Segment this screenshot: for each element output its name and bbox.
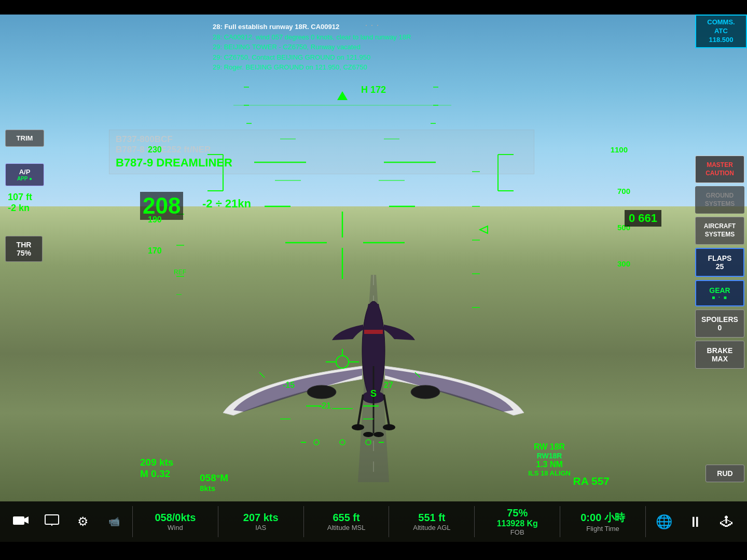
aircraft-type-overlay: B737-800BCF B787-8 CJ E252 ft/NER B787-9… <box>109 130 534 174</box>
alt-agl-value: 551 ft <box>397 512 466 524</box>
alt-readout-box: 0 661 <box>625 210 661 227</box>
top-bar <box>0 0 747 15</box>
svg-point-1 <box>307 385 336 399</box>
ground-systems-button[interactable]: GROUND SYSTEMS <box>695 186 744 214</box>
divider-4 <box>389 506 389 537</box>
svg-line-6 <box>384 395 389 426</box>
ias-label: IAS <box>226 524 296 531</box>
atc-msg-1: 28: CA00912, wind 057 degrees 0 knots, c… <box>213 32 534 43</box>
gear-dots: ■ · ■ <box>699 295 741 300</box>
hud-heading-display: H 172 <box>361 85 386 95</box>
svg-point-8 <box>383 424 395 430</box>
alt-agl-label: Altitude AGL <box>397 524 466 531</box>
joystick-icon[interactable]: 🕹 <box>711 514 742 529</box>
aircraft-type-line1: B737-800BCF <box>116 134 528 145</box>
alt-msl-label: Altitude MSL <box>312 524 381 531</box>
divider-2 <box>218 506 218 537</box>
fob-status: 75% 113928 Kg FOB <box>477 507 557 536</box>
comms-atc-box[interactable]: COMMS. ATC 118.500 <box>695 15 747 48</box>
settings-icon[interactable]: ⚙ <box>67 514 99 529</box>
atc-msg-2: 29: BEIJING TOWER - CZ6750, Runway vacat… <box>213 42 534 52</box>
alt-scale-1100: 1100 <box>611 145 628 154</box>
runway-info: RW 18R RW18R 1.3 NM ILS 18 ALIGN <box>528 442 571 477</box>
rud-button[interactable]: RUD <box>706 465 744 482</box>
thr-display: THR 75% <box>5 236 43 262</box>
video-icon[interactable]: 📹 <box>99 516 130 527</box>
divider-6 <box>560 506 560 537</box>
atc-msg-3: 29: CZ6750, Contact BEIJING GROUND on 12… <box>213 52 534 63</box>
divider-3 <box>303 506 304 537</box>
svg-point-10 <box>363 432 374 437</box>
master-caution-button[interactable]: MASTER CAUTION <box>695 156 744 183</box>
heading-deg-display: 058°M 8kts <box>200 472 228 493</box>
left-altitude-speed: 107 ft -2 kn <box>8 192 32 214</box>
ap-button[interactable]: A/P APP ● <box>5 163 44 186</box>
camera-icon[interactable] <box>5 514 36 529</box>
brake-max-button[interactable]: BRAKE MAX <box>695 341 744 369</box>
flight-time-status: 0:00 小時 Flight Time <box>563 511 643 533</box>
mach-display: M 0.32 <box>140 468 173 480</box>
alt-msl-value: 655 ft <box>312 512 381 524</box>
speed-display: -2 kn <box>8 203 32 214</box>
wind-value: 058/0kts <box>141 512 210 524</box>
svg-point-2 <box>411 385 440 399</box>
flaps-button[interactable]: FLAPS 25 <box>695 248 744 277</box>
divider-7 <box>645 506 646 537</box>
ref-marker: REF <box>174 269 186 276</box>
comms-line2: ATC <box>698 27 744 36</box>
svg-rect-71 <box>45 515 59 524</box>
right-panel: MASTER CAUTION GROUND SYSTEMS AIRCRAFT S… <box>693 153 747 371</box>
alt-agl-status: 551 ft Altitude AGL <box>392 512 472 531</box>
fob-pct: 75% <box>482 507 552 519</box>
speed-scale-190: 190 <box>148 215 162 225</box>
ias-value: 207 kts <box>226 512 296 524</box>
svg-point-11 <box>374 432 384 437</box>
trim-button[interactable]: TRIM <box>5 130 44 147</box>
hud-s-indicator: S <box>370 388 377 399</box>
speed-kts-display: 209 kts <box>140 457 173 468</box>
svg-marker-70 <box>24 516 29 524</box>
fob-label: FOB <box>482 528 552 536</box>
divider-5 <box>474 506 475 537</box>
aircraft-silhouette <box>192 299 555 467</box>
flight-time-label: Flight Time <box>568 525 638 533</box>
svg-rect-3 <box>364 330 383 334</box>
spoilers-button[interactable]: SPOILERS 0 <box>695 310 744 338</box>
screen-icon[interactable] <box>36 514 67 529</box>
hud-bottom-info: 209 kts M 0.32 <box>140 457 173 480</box>
aircraft-dreamliner: B787-9 DREAMLINER <box>116 156 528 170</box>
bottom-bar <box>0 542 747 560</box>
status-bar: ⚙ 📹 058/0kts Wind 207 kts IAS 655 ft Alt… <box>0 501 747 542</box>
flight-time-value: 0:00 小時 <box>568 511 638 525</box>
aircraft-systems-button[interactable]: AIRCRAFT SYSTEMS <box>695 217 744 244</box>
altitude-display: 107 ft <box>8 192 32 203</box>
wind-label: Wind <box>141 524 210 531</box>
alt-scale-700: 700 <box>617 187 630 195</box>
alt-msl-status: 655 ft Altitude MSL <box>307 512 386 531</box>
divider-1 <box>132 506 133 537</box>
speed-scale-230: 230 <box>148 145 162 155</box>
alt-readout: 0 661 <box>629 212 657 225</box>
fob-kg: 113928 Kg <box>482 519 552 528</box>
svg-rect-69 <box>13 516 24 525</box>
ra-display: RA 557 <box>573 475 610 487</box>
alt-scale-300: 300 <box>617 259 630 268</box>
svg-line-5 <box>358 395 363 426</box>
comms-label: COMMS. <box>698 18 744 27</box>
gear-button[interactable]: GEAR ■ · ■ <box>695 280 744 306</box>
aircraft-speed-display: -2 ÷ 21kn <box>202 197 251 211</box>
aircraft-type-line2: B787-8 CJ E252 ft/NER <box>116 145 528 155</box>
globe-icon[interactable]: 🌐 <box>648 514 680 530</box>
three-dots-menu[interactable]: ··· <box>365 20 382 31</box>
speed-scale-170: 170 <box>148 246 162 256</box>
pause-button[interactable]: ⏸ <box>680 513 711 530</box>
comms-freq: 118.500 <box>698 36 744 45</box>
ias-status: 207 kts IAS <box>221 512 301 531</box>
svg-point-7 <box>352 424 364 430</box>
wind-status: 058/0kts Wind <box>135 512 215 531</box>
atc-msg-4: 29: Roger. BEIJING GROUND on 121.950, CZ… <box>213 62 534 73</box>
